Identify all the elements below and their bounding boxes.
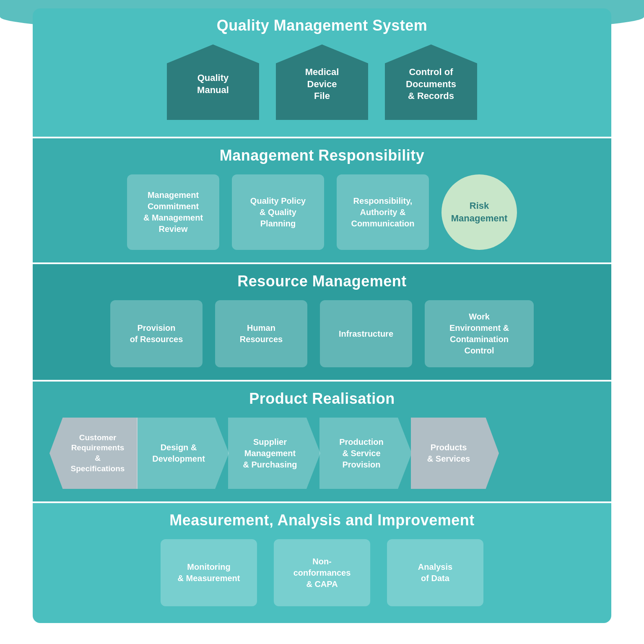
pentagon-label-1: QualityManual xyxy=(197,72,229,96)
card-quality-policy: Quality Policy& QualityPlanning xyxy=(232,174,324,250)
card-label-mgmt-commitment: ManagementCommitment& ManagementReview xyxy=(143,190,203,235)
pentagon-shape-2: MedicalDeviceFile xyxy=(276,44,368,120)
pentagon-control-docs: Control ofDocuments& Records xyxy=(385,44,477,120)
resource-title: Resource Management xyxy=(49,273,595,290)
resource-cards-row: Provisionof Resources HumanResources Inf… xyxy=(49,300,595,367)
pentagon-label-3: Control ofDocuments& Records xyxy=(406,66,456,102)
card-infrastructure: Infrastructure xyxy=(320,300,412,367)
arrow-supplier-management: SupplierManagement& Purchasing xyxy=(228,418,320,489)
card-work-environment: WorkEnvironment &ContaminationControl xyxy=(425,300,534,367)
pentagon-medical-device: MedicalDeviceFile xyxy=(276,44,368,120)
card-label-responsibility: Responsibility,Authority &Communication xyxy=(351,195,414,229)
arrow-customer-requirements: CustomerRequirements& Specifications xyxy=(49,418,138,489)
card-label-human: HumanResources xyxy=(240,322,283,345)
circle-label-risk: RiskManagement xyxy=(451,200,507,224)
section-resource: Resource Management Provisionof Resource… xyxy=(33,264,611,380)
product-arrows-row: CustomerRequirements& Specifications Des… xyxy=(49,418,595,489)
management-title: Management Responsibility xyxy=(49,147,595,164)
card-label-monitoring: Monitoring& Measurement xyxy=(178,561,240,584)
section-product: Product Realisation CustomerRequirements… xyxy=(33,382,611,501)
card-label-infrastructure: Infrastructure xyxy=(339,328,393,340)
main-container: Quality Management System QualityManual … xyxy=(33,0,611,623)
arrow-products-services: Products& Services xyxy=(411,418,499,489)
section-management: Management Responsibility ManagementComm… xyxy=(33,138,611,262)
measurement-cards-row: Monitoring& Measurement Non-conformances… xyxy=(49,539,595,606)
arrow-label-customer: CustomerRequirements& Specifications xyxy=(70,433,125,474)
card-label-nonconformances: Non-conformances& CAPA xyxy=(293,556,351,590)
card-human-resources: HumanResources xyxy=(215,300,307,367)
arrow-label-design: Design &Development xyxy=(152,442,205,465)
card-provision-resources: Provisionof Resources xyxy=(110,300,203,367)
circle-risk-management: RiskManagement xyxy=(441,174,517,250)
arrow-design-development: Design &Development xyxy=(137,418,229,489)
measurement-title: Measurement, Analysis and Improvement xyxy=(49,512,595,529)
card-label-work-env: WorkEnvironment &ContaminationControl xyxy=(449,311,509,356)
card-monitoring-measurement: Monitoring& Measurement xyxy=(161,539,257,606)
qms-pentagon-row: QualityManual MedicalDeviceFile Control … xyxy=(49,44,595,124)
card-analysis-data: Analysisof Data xyxy=(387,539,483,606)
card-responsibility: Responsibility,Authority &Communication xyxy=(337,174,429,250)
pentagon-label-2: MedicalDeviceFile xyxy=(305,66,339,102)
product-title: Product Realisation xyxy=(49,390,595,408)
card-management-commitment: ManagementCommitment& ManagementReview xyxy=(127,174,219,250)
section-qms: Quality Management System QualityManual … xyxy=(33,8,611,137)
pentagon-shape-3: Control ofDocuments& Records xyxy=(385,44,477,120)
arrow-label-supplier: SupplierManagement& Purchasing xyxy=(243,436,297,470)
arrow-production: Production& ServiceProvision xyxy=(319,418,412,489)
qms-title: Quality Management System xyxy=(49,17,595,34)
arrow-label-production: Production& ServiceProvision xyxy=(339,436,384,470)
card-nonconformances: Non-conformances& CAPA xyxy=(274,539,370,606)
section-measurement: Measurement, Analysis and Improvement Mo… xyxy=(33,503,611,623)
pentagon-quality-manual: QualityManual xyxy=(167,44,259,120)
arrow-label-products: Products& Services xyxy=(427,442,470,465)
card-label-provision: Provisionof Resources xyxy=(130,322,183,345)
card-label-analysis: Analysisof Data xyxy=(418,561,452,584)
card-label-quality-policy: Quality Policy& QualityPlanning xyxy=(250,195,306,229)
management-cards-row: ManagementCommitment& ManagementReview Q… xyxy=(49,174,595,250)
pentagon-shape-1: QualityManual xyxy=(167,44,259,120)
page-wrapper: Quality Management System QualityManual … xyxy=(0,0,644,644)
